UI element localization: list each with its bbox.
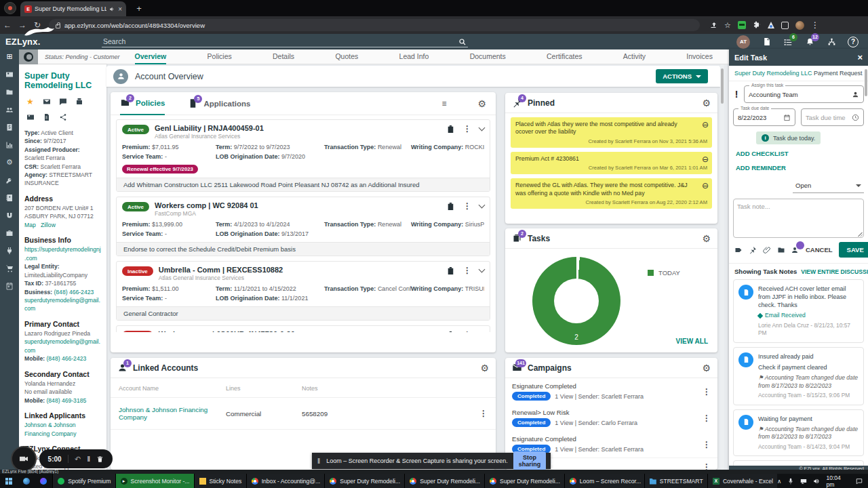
task-account-link[interactable]: Super Duty Remodeling LLC [734, 70, 812, 77]
primary-contact-email[interactable]: superdutyremodeling@gmail.com [24, 338, 101, 354]
policy-expand-icon[interactable] [479, 266, 486, 273]
actions-button[interactable]: ACTIONS [656, 69, 708, 83]
campaign-menu-icon[interactable]: ⋮ [703, 440, 711, 449]
folder-icon[interactable] [777, 245, 785, 254]
task-note-input[interactable] [734, 199, 863, 237]
sms-icon[interactable] [58, 98, 67, 106]
task-note-item[interactable]: Waiting for payment ⚑ Accounting Team ch… [733, 409, 864, 457]
clock[interactable]: 10:04 pm [826, 474, 850, 488]
due-time-field[interactable]: Task due time [801, 108, 864, 126]
policy-clipboard-icon[interactable] [446, 125, 455, 134]
volume-icon[interactable] [813, 478, 820, 485]
tab-policies[interactable]: Policies [208, 49, 232, 64]
taskbar-item-screenshot-monitor[interactable]: ▸Screenshot Monitor -... [115, 474, 194, 488]
folder-icon[interactable] [5, 87, 14, 96]
attachment-paperclip-icon[interactable] [763, 245, 771, 254]
email-icon[interactable] [42, 98, 51, 106]
calendar-icon[interactable] [783, 114, 791, 121]
task-list-icon[interactable]: 6 [783, 37, 793, 47]
notifications-bell-icon[interactable]: 12 [804, 37, 815, 47]
new-document-icon[interactable] [761, 37, 772, 47]
policy-clipboard-icon[interactable] [446, 202, 455, 211]
label-tag-icon[interactable] [734, 245, 743, 254]
policy-clipboard-icon[interactable] [446, 266, 455, 275]
resize-handle[interactable] [858, 232, 863, 237]
campaigns-settings-icon[interactable]: ⚙ [702, 363, 711, 373]
policy-expand-icon[interactable] [479, 125, 486, 131]
tasks-donut-chart[interactable]: 2 [532, 257, 620, 345]
tab-documents[interactable]: Documents [470, 49, 506, 64]
ezlynx-five-logo[interactable] [19, 49, 38, 64]
policy-row[interactable]: Inactive Umbrella - Comm | REXCESS10882 … [116, 261, 490, 321]
policy-clipboard-icon[interactable] [446, 331, 455, 332]
url-text[interactable]: app.ezlynx.com/web/account/48943304/over… [64, 22, 205, 29]
hide-link[interactable]: Hide [551, 458, 564, 464]
priority-icon[interactable]: ! [733, 89, 740, 100]
policy-row[interactable]: Inactive Workers comp | 6S60UB-4N47736-6… [116, 325, 490, 332]
close-panel-icon[interactable]: × [857, 52, 863, 62]
policy-menu-icon[interactable]: ⋮ [463, 266, 471, 275]
campaign-menu-icon[interactable]: ⋮ [703, 413, 711, 423]
policies-settings-icon[interactable]: ⚙ [477, 99, 486, 108]
pause-icon[interactable]: ‖ [87, 455, 91, 463]
loom-recording-indicator[interactable] [4, 2, 16, 14]
add-reminder-link[interactable]: ADD REMINDER [736, 164, 864, 171]
stop-sharing-button[interactable]: Stop sharing [513, 451, 547, 470]
contact-card-icon[interactable] [5, 70, 14, 79]
policies-tab[interactable]: 2 Policies [120, 92, 165, 115]
clock-icon[interactable] [852, 114, 859, 121]
taskbar-item-loom[interactable]: Loom – Screen Recor... [564, 474, 644, 488]
taskbar-item-streetsmart[interactable]: STREETSMART [644, 474, 707, 488]
user-avatar[interactable]: AT [736, 35, 750, 49]
tab-quotes[interactable]: Quotes [335, 49, 358, 64]
tab-close-icon[interactable]: × [118, 5, 122, 13]
settings-gear-icon[interactable]: ⚙ [5, 158, 14, 167]
task-note-item[interactable]: Insured already paid Check if payment cl… [733, 347, 864, 405]
address-book-icon[interactable] [5, 193, 14, 202]
pinned-note[interactable]: Premium Act # 4230861 Created by Scarlet… [511, 152, 712, 174]
pinned-settings-icon[interactable]: ⚙ [702, 98, 711, 108]
network-display-icon[interactable] [800, 478, 807, 485]
lab-extension-icon[interactable] [768, 22, 774, 28]
unpin-icon[interactable]: ⊖ [702, 155, 709, 164]
taskbar-item-sticky-notes[interactable]: Sticky Notes [194, 474, 246, 488]
campaign-menu-icon[interactable]: ⋮ [703, 462, 711, 470]
search-icon[interactable] [458, 38, 467, 46]
taskbar-item-super-duty-3[interactable]: Super Duty Remodeli... [484, 474, 564, 488]
tab-overview[interactable]: Overview [135, 49, 167, 64]
org-chart-icon[interactable] [826, 37, 837, 47]
policy-row[interactable]: Active Workers comp | WC 92084 01 FastCo… [116, 197, 490, 256]
taskbar-item-super-duty-2[interactable]: Super Duty Remodeli... [404, 474, 484, 488]
bookmark-star-icon[interactable]: ☆ [724, 21, 731, 30]
start-button[interactable] [0, 474, 18, 488]
edge-browser-icon[interactable] [18, 474, 35, 488]
pinned-note[interactable]: Renewed the GL with Atlas. They were the… [511, 178, 712, 209]
apps-grid-icon[interactable]: ⊞ [0, 49, 19, 64]
unpin-icon[interactable]: ⊖ [702, 181, 709, 190]
schedule-icon[interactable] [5, 281, 14, 290]
view-entire-discussion-link[interactable]: VIEW ENTIRE DISCUSSION [801, 268, 868, 275]
linked-settings-icon[interactable]: ⚙ [480, 363, 489, 373]
taskbar-item-excel[interactable]: XCoverwhale - Excel [707, 474, 777, 488]
col-account-name[interactable]: Account Name [119, 385, 226, 392]
extension-square-icon[interactable] [781, 22, 789, 29]
tasks-settings-icon[interactable]: ⚙ [702, 234, 711, 243]
tab-lead-info[interactable]: Lead Info [399, 49, 429, 64]
business-email[interactable]: superdutyremodeling@gmail.com [24, 296, 101, 313]
microphone-icon[interactable] [787, 478, 794, 485]
policy-writing-company[interactable]: Writing Company: ROCKINGHAM... [411, 143, 484, 152]
users-icon[interactable] [5, 105, 14, 114]
reports-chart-icon[interactable] [5, 140, 14, 149]
due-date-field[interactable]: Task due date 8/22/2023 [733, 108, 795, 126]
tab-invoices[interactable]: Invoices [686, 49, 713, 64]
assign-person-icon[interactable] [791, 245, 800, 254]
share-icon[interactable] [58, 113, 67, 122]
policy-menu-icon[interactable]: ⋮ [463, 201, 471, 211]
taskbar-item-super-duty-1[interactable]: Super Duty Remodeli... [324, 474, 404, 488]
taskbar-item-spotify[interactable]: Spotify Premium [52, 474, 115, 488]
tasks-view-all-link[interactable]: VIEW ALL [676, 338, 708, 345]
tab-activity[interactable]: Activity [623, 49, 646, 64]
unpin-icon[interactable]: ⊖ [702, 120, 709, 129]
policy-title[interactable]: Workers comp | 6S60UB-4N47736-6-20 [159, 330, 295, 332]
magnet-icon[interactable] [5, 211, 14, 220]
